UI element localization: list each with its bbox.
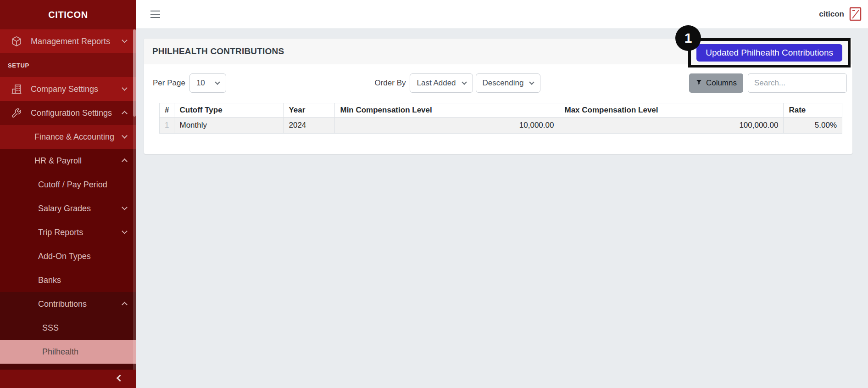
top-navbar: citicon xyxy=(136,0,868,29)
sidebar-item-label: Salary Grades xyxy=(38,204,91,214)
table-header-row: # Cutoff Type Year Min Compensation Leve… xyxy=(160,103,842,118)
hamburger-icon[interactable] xyxy=(150,11,160,18)
sidebar-item-label: Trip Reports xyxy=(38,228,83,237)
sidebar-item-management-reports[interactable]: Management Reports xyxy=(0,29,136,53)
sidebar-item-label: Configuration Settings xyxy=(31,108,112,118)
cell-year: 2024 xyxy=(284,118,335,134)
col-header-min-compensation: Min Compensation Level xyxy=(335,103,559,118)
col-header-max-compensation: Max Compensation Level xyxy=(559,103,784,118)
broken-image-icon xyxy=(849,6,862,23)
contributions-table: # Cutoff Type Year Min Compensation Leve… xyxy=(159,103,842,134)
sidebar-section-setup: SETUP xyxy=(0,53,136,77)
sidebar-item-label: HR & Payroll xyxy=(34,156,82,166)
chevron-up-icon xyxy=(122,158,128,164)
building-icon xyxy=(10,84,22,95)
order-by-label: Order By xyxy=(374,79,406,88)
sidebar: CITICON Management Reports SETUP Company… xyxy=(0,0,136,388)
chevron-left-icon xyxy=(117,375,124,382)
chevron-up-icon xyxy=(122,302,128,308)
sidebar-item-company-settings[interactable]: Company Settings xyxy=(0,77,136,101)
search-input[interactable] xyxy=(748,73,847,93)
columns-button[interactable]: Columns xyxy=(689,73,743,93)
per-page-select[interactable]: 10 xyxy=(189,73,226,93)
col-header-rate: Rate xyxy=(784,103,842,118)
page-title: PHILHEALTH CONTRIBUTIONS xyxy=(152,46,284,56)
chevron-down-icon xyxy=(122,204,128,210)
sidebar-item-label: Contributions xyxy=(38,299,87,309)
chevron-down-icon xyxy=(122,85,128,91)
sidebar-item-configuration-settings[interactable]: Configuration Settings xyxy=(0,101,136,125)
chevron-down-icon xyxy=(529,79,534,84)
annotation-box: 1 Updated Philhealth Contributions xyxy=(688,38,851,67)
wrench-icon xyxy=(10,107,22,118)
sidebar-item-finance-accounting[interactable]: Finance & Accounting xyxy=(0,125,136,149)
sidebar-item-label: Philhealth xyxy=(42,347,78,357)
annotation-badge-1: 1 xyxy=(675,25,701,51)
contributions-table-wrap: # Cutoff Type Year Min Compensation Leve… xyxy=(159,103,842,134)
table-row: 1 Monthly 2024 10,000.00 100,000.00 5.00… xyxy=(160,118,842,134)
col-header-index: # xyxy=(160,103,174,118)
cell-max-compensation: 100,000.00 xyxy=(559,118,784,134)
per-page-value: 10 xyxy=(196,79,205,88)
toolbar-right-group: Columns xyxy=(689,73,847,93)
navbar-brand-text: citicon xyxy=(819,10,844,19)
sidebar-submenu-strip xyxy=(0,364,136,370)
sidebar-collapse-bar[interactable] xyxy=(0,370,136,388)
sidebar-scrollbar-thumb[interactable] xyxy=(133,29,136,117)
sidebar-item-label: Cutoff / Pay Period xyxy=(38,180,107,190)
order-direction-value: Descending xyxy=(483,79,524,88)
funnel-icon xyxy=(696,79,702,88)
columns-button-label: Columns xyxy=(706,79,737,88)
sidebar-item-label: SSS xyxy=(42,323,59,333)
chevron-down-icon xyxy=(122,228,128,234)
cell-cutoff-type: Monthly xyxy=(174,118,284,134)
sidebar-item-label: Finance & Accounting xyxy=(34,132,114,142)
sidebar-item-label: Management Reports xyxy=(31,37,110,46)
cube-icon xyxy=(10,36,22,47)
sidebar-scrollbar[interactable] xyxy=(133,29,136,370)
chevron-down-icon xyxy=(122,37,128,43)
sidebar-item-contributions[interactable]: Contributions xyxy=(0,292,136,316)
sidebar-item-sss[interactable]: SSS xyxy=(0,316,136,340)
col-header-cutoff-type: Cutoff Type xyxy=(174,103,284,118)
chevron-up-icon xyxy=(122,111,128,117)
philhealth-contributions-card: PHILHEALTH CONTRIBUTIONS 1 Updated Philh… xyxy=(144,38,853,154)
sidebar-item-label: Add-On Types xyxy=(38,252,91,261)
main-content: PHILHEALTH CONTRIBUTIONS 1 Updated Philh… xyxy=(136,29,868,388)
chevron-down-icon xyxy=(215,79,220,84)
order-field-value: Last Added xyxy=(417,79,456,88)
sidebar-brand: CITICON xyxy=(0,0,136,29)
card-header: PHILHEALTH CONTRIBUTIONS 1 Updated Philh… xyxy=(144,39,852,64)
cell-index: 1 xyxy=(160,118,174,134)
cell-rate: 5.00% xyxy=(784,118,842,134)
chevron-down-icon xyxy=(462,79,467,84)
table-toolbar: Per Page 10 Order By Last Added Descendi… xyxy=(144,64,852,100)
sidebar-item-philhealth[interactable]: Philhealth xyxy=(0,340,136,364)
order-direction-select[interactable]: Descending xyxy=(476,73,541,93)
sidebar-item-banks[interactable]: Banks xyxy=(0,268,136,292)
col-header-year: Year xyxy=(284,103,335,118)
chevron-down-icon xyxy=(122,133,128,139)
per-page-label: Per Page xyxy=(153,79,185,88)
sidebar-item-hr-payroll[interactable]: HR & Payroll xyxy=(0,149,136,173)
navbar-right: citicon xyxy=(819,6,862,23)
sidebar-item-cutoff-pay-period[interactable]: Cutoff / Pay Period xyxy=(0,173,136,197)
order-by-group: Order By Last Added Descending xyxy=(374,73,540,93)
updated-philhealth-contributions-button[interactable]: Updated Philhealth Contributions xyxy=(696,44,842,62)
sidebar-item-label: Company Settings xyxy=(31,84,98,94)
per-page-group: Per Page 10 xyxy=(153,73,226,93)
sidebar-item-label: Banks xyxy=(38,276,61,285)
cell-min-compensation: 10,000.00 xyxy=(335,118,559,134)
sidebar-item-add-on-types[interactable]: Add-On Types xyxy=(0,244,136,268)
sidebar-item-salary-grades[interactable]: Salary Grades xyxy=(0,197,136,220)
sidebar-item-trip-reports[interactable]: Trip Reports xyxy=(0,220,136,244)
order-field-select[interactable]: Last Added xyxy=(410,73,473,93)
